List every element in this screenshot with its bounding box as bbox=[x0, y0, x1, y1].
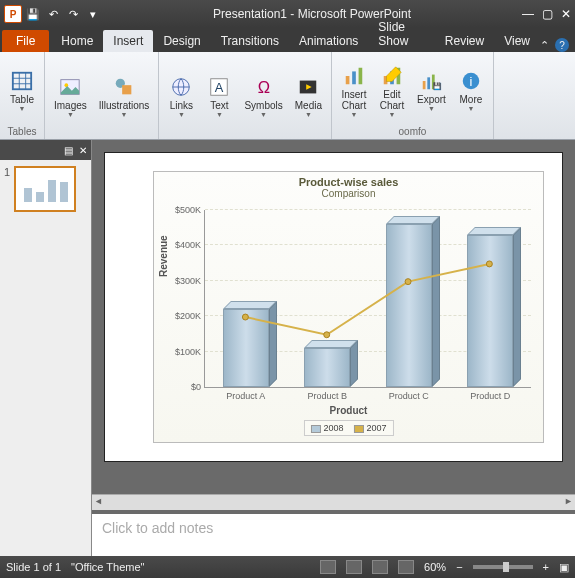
button-label: Export bbox=[417, 94, 446, 105]
svg-rect-21 bbox=[423, 81, 426, 89]
legend-item: 2008 bbox=[310, 423, 343, 433]
title-bar: P 💾 ↶ ↷ ▾ Presentation1 - Microsoft Powe… bbox=[0, 0, 575, 28]
link-icon bbox=[168, 74, 194, 100]
more-button[interactable]: iMore▼ bbox=[453, 56, 489, 124]
horizontal-scrollbar[interactable] bbox=[92, 494, 575, 510]
button-label: Illustrations bbox=[99, 100, 150, 111]
thumbnail-number: 1 bbox=[4, 166, 10, 212]
status-theme: "Office Theme" bbox=[71, 561, 144, 573]
svg-point-30 bbox=[405, 279, 411, 285]
svg-rect-8 bbox=[122, 85, 131, 94]
svg-rect-15 bbox=[346, 76, 350, 84]
button-label: Symbols bbox=[244, 100, 282, 111]
work-area: ▤ ✕ 1 Product-wise sales Comparison Reve… bbox=[0, 140, 575, 556]
shapes-icon bbox=[111, 74, 137, 100]
tab-view[interactable]: View bbox=[494, 30, 540, 52]
chevron-down-icon: ▼ bbox=[216, 111, 223, 118]
tab-animations[interactable]: Animations bbox=[289, 30, 368, 52]
edit-chart-icon bbox=[379, 63, 405, 89]
slide-thumbnail-1[interactable]: 1 bbox=[4, 166, 87, 212]
svg-text:i: i bbox=[469, 74, 472, 89]
close-button[interactable]: ✕ bbox=[561, 7, 571, 21]
svg-rect-17 bbox=[359, 67, 363, 84]
chevron-down-icon: ▼ bbox=[467, 105, 474, 112]
quick-access-toolbar: P 💾 ↶ ↷ ▾ bbox=[4, 5, 102, 23]
redo-icon[interactable]: ↷ bbox=[64, 5, 82, 23]
qat-dropdown-icon[interactable]: ▾ bbox=[84, 5, 102, 23]
chevron-down-icon: ▼ bbox=[178, 111, 185, 118]
svg-text:💾: 💾 bbox=[434, 82, 442, 90]
zoom-out-button[interactable]: − bbox=[456, 561, 462, 573]
svg-text:A: A bbox=[215, 79, 224, 94]
thumbnail-pane-close-icon[interactable]: ✕ bbox=[79, 145, 87, 156]
tab-transitions[interactable]: Transitions bbox=[211, 30, 289, 52]
more-icon: i bbox=[458, 68, 484, 94]
chart-x-axis-label: Product bbox=[154, 405, 543, 416]
symbol-icon: Ω bbox=[251, 74, 277, 100]
chevron-down-icon: ▼ bbox=[260, 111, 267, 118]
help-icon[interactable]: ? bbox=[555, 38, 569, 52]
symbols-button[interactable]: ΩSymbols▼ bbox=[239, 56, 287, 135]
text-icon: A bbox=[206, 74, 232, 100]
reading-view-button[interactable] bbox=[372, 560, 388, 574]
ribbon-group-label: Tables bbox=[8, 126, 37, 137]
legend-item: 2007 bbox=[354, 423, 387, 433]
chevron-down-icon: ▼ bbox=[19, 105, 26, 112]
button-label: Links bbox=[170, 100, 193, 111]
tab-design[interactable]: Design bbox=[153, 30, 210, 52]
file-tab[interactable]: File bbox=[2, 30, 49, 52]
insert-chart-button[interactable]: InsertChart▼ bbox=[336, 56, 372, 124]
links-button[interactable]: Links▼ bbox=[163, 56, 199, 135]
sorter-view-button[interactable] bbox=[346, 560, 362, 574]
images-button[interactable]: Images▼ bbox=[49, 56, 92, 135]
insert-chart-icon bbox=[341, 63, 367, 89]
text-button[interactable]: AText▼ bbox=[201, 56, 237, 135]
chart-object[interactable]: Product-wise sales Comparison Revenue $0… bbox=[153, 171, 544, 443]
svg-point-31 bbox=[486, 261, 492, 267]
zoom-in-button[interactable]: + bbox=[543, 561, 549, 573]
slide[interactable]: Product-wise sales Comparison Revenue $0… bbox=[104, 152, 563, 462]
thumbnail-preview bbox=[14, 166, 76, 212]
outline-tab-icon[interactable]: ▤ bbox=[64, 145, 73, 156]
slideshow-view-button[interactable] bbox=[398, 560, 414, 574]
ribbon-group-label: oomfo bbox=[399, 126, 427, 137]
notes-pane[interactable]: Click to add notes bbox=[92, 510, 575, 556]
status-zoom-label: 60% bbox=[424, 561, 446, 573]
slide-canvas: Product-wise sales Comparison Revenue $0… bbox=[92, 140, 575, 556]
ribbon: Table▼TablesImages▼Illustrations▼Links▼A… bbox=[0, 52, 575, 140]
chevron-down-icon: ▼ bbox=[305, 111, 312, 118]
export-icon: 💾 bbox=[418, 68, 444, 94]
maximize-button[interactable]: ▢ bbox=[542, 7, 553, 21]
media-icon bbox=[295, 74, 321, 100]
export-button[interactable]: 💾Export▼ bbox=[412, 56, 451, 124]
tab-insert[interactable]: Insert bbox=[103, 30, 153, 52]
status-slide-indicator: Slide 1 of 1 bbox=[6, 561, 61, 573]
minimize-button[interactable]: — bbox=[522, 7, 534, 21]
chart-line-layer bbox=[154, 172, 543, 443]
illustrations-button[interactable]: Illustrations▼ bbox=[94, 56, 155, 135]
media-button[interactable]: Media▼ bbox=[290, 56, 327, 135]
fit-to-window-button[interactable]: ▣ bbox=[559, 561, 569, 574]
normal-view-button[interactable] bbox=[320, 560, 336, 574]
undo-icon[interactable]: ↶ bbox=[44, 5, 62, 23]
tab-review[interactable]: Review bbox=[435, 30, 494, 52]
button-label: EditChart bbox=[380, 89, 404, 111]
svg-point-29 bbox=[324, 332, 330, 338]
minimize-ribbon-icon[interactable]: ⌃ bbox=[540, 39, 549, 52]
chevron-down-icon: ▼ bbox=[351, 111, 358, 118]
button-label: InsertChart bbox=[341, 89, 366, 111]
save-icon[interactable]: 💾 bbox=[24, 5, 42, 23]
table-button[interactable]: Table▼ bbox=[4, 56, 40, 124]
svg-rect-0 bbox=[13, 73, 31, 90]
image-icon bbox=[57, 74, 83, 100]
tab-slide-show[interactable]: Slide Show bbox=[368, 16, 434, 52]
tab-home[interactable]: Home bbox=[51, 30, 103, 52]
button-label: Table bbox=[10, 94, 34, 105]
edit-chart-button[interactable]: EditChart▼ bbox=[374, 56, 410, 124]
zoom-slider[interactable] bbox=[473, 565, 533, 569]
slide-thumbnail-pane: ▤ ✕ 1 bbox=[0, 140, 92, 556]
table-icon bbox=[9, 68, 35, 94]
chevron-down-icon: ▼ bbox=[67, 111, 74, 118]
chevron-down-icon: ▼ bbox=[121, 111, 128, 118]
app-icon[interactable]: P bbox=[4, 5, 22, 23]
